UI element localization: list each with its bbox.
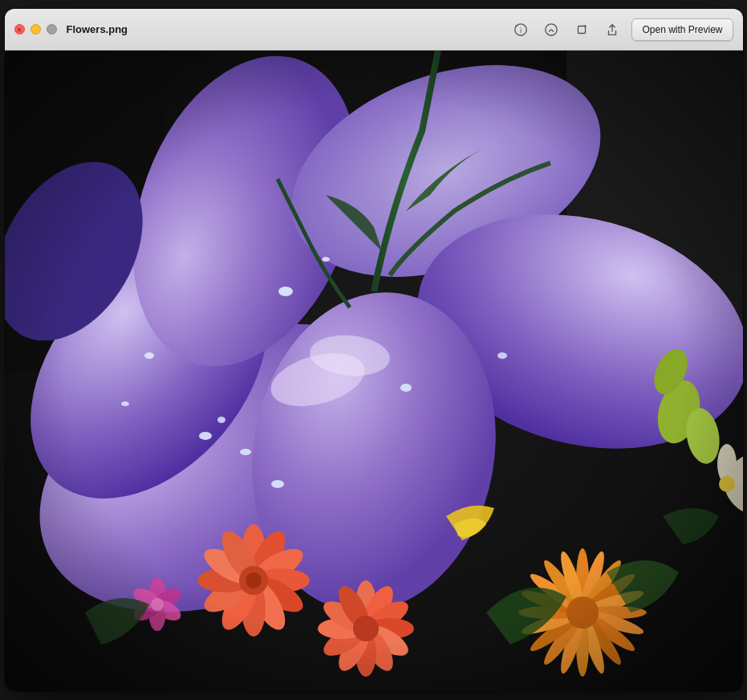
flower-image (5, 51, 743, 691)
toolbar-right: i (510, 18, 733, 41)
close-button[interactable] (14, 24, 25, 35)
minimize-button[interactable] (30, 24, 41, 35)
quick-look-window: Flowers.png i (5, 9, 743, 691)
annotations-area: Merking Roter Del (5, 0, 743, 9)
info-button[interactable]: i (510, 18, 532, 41)
fullscreen-button[interactable] (47, 24, 57, 35)
window-title: Flowers.png (67, 23, 128, 35)
svg-text:i: i (520, 26, 522, 34)
traffic-lights (14, 24, 57, 35)
titlebar: Flowers.png i (5, 9, 743, 51)
open-with-preview-button[interactable]: Open with Preview (631, 18, 733, 41)
rotate-button[interactable] (570, 18, 593, 41)
svg-rect-91 (5, 51, 743, 691)
image-area (5, 51, 743, 691)
markup-button[interactable] (540, 18, 562, 41)
svg-rect-5 (579, 26, 586, 33)
share-button[interactable] (601, 18, 623, 41)
